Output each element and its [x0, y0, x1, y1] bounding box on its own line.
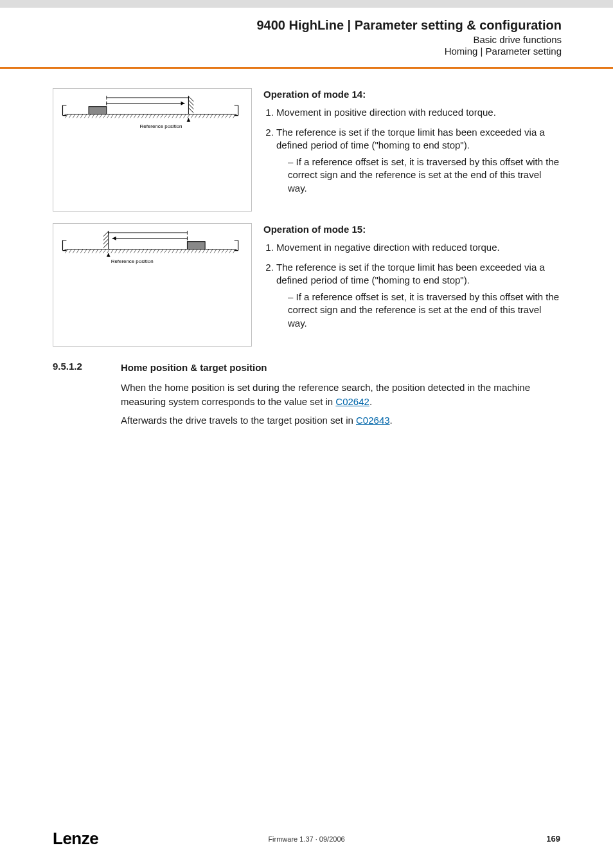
svg-rect-106 — [187, 242, 205, 249]
svg-line-15 — [119, 114, 121, 118]
page-footer: Lenze Firmware 1.37 · 09/2006 169 — [0, 829, 613, 849]
mode14-description: Operation of mode 14: Movement in positi… — [263, 88, 560, 212]
top-grey-bar — [0, 0, 613, 8]
svg-line-104 — [229, 249, 232, 253]
svg-line-26 — [161, 114, 163, 118]
svg-line-100 — [214, 249, 217, 253]
svg-line-79 — [134, 249, 136, 253]
svg-line-17 — [126, 114, 129, 118]
svg-line-32 — [183, 114, 186, 118]
svg-line-69 — [96, 249, 98, 253]
svg-line-102 — [222, 249, 224, 253]
svg-line-68 — [92, 249, 94, 253]
svg-line-43 — [226, 114, 228, 118]
svg-line-67 — [88, 249, 91, 253]
svg-line-22 — [145, 114, 148, 118]
svg-line-94 — [191, 249, 193, 253]
svg-line-75 — [119, 249, 121, 253]
svg-line-27 — [164, 114, 167, 118]
mode15-description: Operation of mode 15: Movement in negati… — [263, 223, 560, 347]
header-sub2: Homing | Parameter setting — [51, 46, 562, 57]
svg-marker-53 — [181, 102, 185, 105]
header-sub1: Basic drive functions — [51, 34, 562, 45]
svg-line-90 — [176, 249, 179, 253]
svg-line-20 — [138, 114, 140, 118]
svg-line-9 — [96, 114, 98, 118]
svg-line-45 — [233, 114, 236, 118]
svg-line-31 — [180, 114, 182, 118]
mode15-row: Reference position Operation of mode 15:… — [53, 223, 560, 347]
svg-line-23 — [149, 114, 152, 118]
svg-line-73 — [111, 249, 114, 253]
link-c02642[interactable]: C02642 — [335, 396, 369, 407]
link-c02643[interactable]: C02643 — [356, 415, 390, 426]
svg-line-12 — [107, 114, 110, 118]
svg-rect-46 — [89, 107, 107, 114]
svg-line-89 — [172, 249, 175, 253]
mode14-sub: If a reference offset is set, it is trav… — [288, 156, 560, 195]
svg-line-74 — [115, 249, 118, 253]
svg-line-33 — [187, 114, 190, 118]
svg-line-16 — [122, 114, 125, 118]
svg-line-24 — [153, 114, 155, 118]
svg-line-21 — [141, 114, 144, 118]
section-p1: When the home position is set during the… — [121, 381, 560, 408]
svg-line-101 — [218, 249, 220, 253]
svg-line-5 — [80, 114, 83, 118]
svg-line-2 — [69, 114, 71, 118]
mode14-row: Reference position Operation of mode 14:… — [53, 88, 560, 212]
svg-line-37 — [202, 114, 205, 118]
svg-line-65 — [80, 249, 83, 253]
svg-line-8 — [92, 114, 94, 118]
section-number: 9.5.1.2 — [53, 361, 121, 432]
svg-line-61 — [65, 249, 67, 253]
refpos-label-14: Reference position — [140, 123, 182, 129]
mode14-step2: The reference is set if the torque limit… — [276, 126, 560, 195]
section-9-5-1-2: 9.5.1.2 Home position & target position … — [53, 361, 560, 432]
svg-line-76 — [122, 249, 125, 253]
content-area: Reference position Operation of mode 14:… — [0, 69, 613, 432]
svg-line-3 — [73, 114, 75, 118]
svg-line-25 — [157, 114, 159, 118]
svg-line-98 — [206, 249, 209, 253]
svg-line-14 — [115, 114, 118, 118]
page-number: 169 — [546, 834, 560, 844]
svg-line-86 — [161, 249, 163, 253]
svg-line-96 — [199, 249, 201, 253]
page-header: 9400 HighLine | Parameter setting & conf… — [0, 8, 613, 60]
svg-line-11 — [103, 114, 106, 118]
svg-marker-119 — [107, 253, 111, 257]
svg-line-10 — [100, 114, 102, 118]
svg-line-30 — [176, 114, 179, 118]
svg-line-85 — [157, 249, 159, 253]
firmware-text: Firmware 1.37 · 09/2006 — [268, 835, 344, 843]
mode14-figure: Reference position — [53, 88, 252, 212]
svg-line-70 — [100, 249, 102, 253]
svg-line-39 — [210, 114, 213, 118]
svg-line-105 — [233, 249, 236, 253]
svg-line-72 — [107, 249, 110, 253]
svg-line-62 — [69, 249, 71, 253]
svg-line-42 — [222, 114, 224, 118]
svg-line-6 — [84, 114, 87, 118]
mode14-step1: Movement in positive direction with redu… — [276, 106, 560, 119]
svg-line-28 — [168, 114, 171, 118]
mode14-title: Operation of mode 14: — [263, 88, 560, 101]
header-title: 9400 HighLine | Parameter setting & conf… — [51, 18, 562, 33]
svg-marker-59 — [186, 118, 190, 122]
svg-line-99 — [210, 249, 213, 253]
svg-line-1 — [65, 114, 67, 118]
svg-line-92 — [183, 249, 186, 253]
mode15-figure: Reference position — [53, 223, 252, 347]
svg-line-103 — [226, 249, 228, 253]
section-p2: Afterwards the drive travels to the targ… — [121, 413, 560, 427]
refpos-label-15: Reference position — [111, 258, 154, 264]
section-heading: Home position & target position — [121, 361, 560, 374]
mode15-title: Operation of mode 15: — [263, 223, 560, 236]
mode15-step1: Movement in negative direction with redu… — [276, 241, 560, 254]
svg-line-64 — [76, 249, 79, 253]
svg-line-83 — [149, 249, 152, 253]
svg-line-19 — [134, 114, 136, 118]
svg-line-63 — [73, 249, 75, 253]
svg-line-84 — [153, 249, 155, 253]
